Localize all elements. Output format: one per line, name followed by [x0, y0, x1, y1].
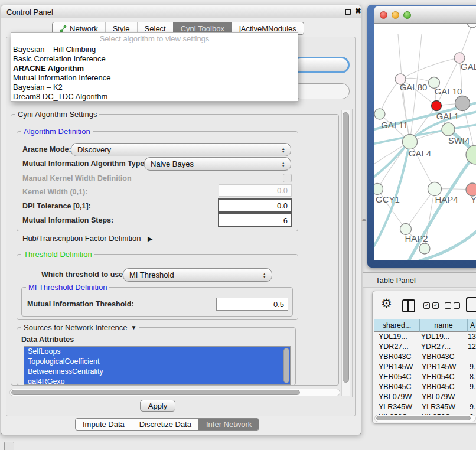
- cell-shared-name: YER054C: [374, 373, 420, 381]
- dpi-tolerance-input[interactable]: 0.0: [218, 198, 292, 213]
- list-scrollbar[interactable]: [283, 348, 289, 383]
- manual-kernel-checkbox[interactable]: [283, 174, 292, 182]
- expand-right-icon[interactable]: ▶: [148, 235, 152, 242]
- input-value: 0.0: [277, 201, 288, 210]
- inference-algorithm-combobox[interactable]: [292, 57, 350, 73]
- mi-steps-input[interactable]: 6: [218, 213, 292, 227]
- list-item[interactable]: SelfLoops: [24, 347, 290, 357]
- dropdown-item[interactable]: Bayesian – K2: [11, 83, 298, 92]
- group-title: Sources for Network Inference ▼: [21, 323, 139, 332]
- node-labels: GAL GAL80 GAL10 GAL1 GAL11 SWI4 GAL4 GCY…: [376, 61, 476, 243]
- cell-name: YBR045C: [420, 383, 468, 391]
- apply-button[interactable]: Apply: [140, 400, 175, 412]
- column-header-name[interactable]: name: [420, 319, 468, 332]
- table-body[interactable]: YDL19... YDL19... 13 YDR27... YDR27... 1…: [374, 332, 476, 415]
- node-gal4[interactable]: [403, 135, 418, 149]
- input-value: 6: [283, 216, 288, 225]
- node-unnamed-top[interactable]: [467, 24, 476, 28]
- node-gray[interactable]: [455, 96, 470, 111]
- cell-shared-name: YPR145W: [374, 363, 420, 371]
- unchecked-box-icon: [445, 302, 451, 309]
- table-row[interactable]: YBR043C YBR043C: [374, 352, 476, 362]
- cell-name: YBR043C: [420, 353, 468, 361]
- float-window-icon[interactable]: [345, 9, 351, 15]
- table-row[interactable]: YBL079W YBL079W: [374, 392, 476, 402]
- mi-steps-label: Mutual Information Steps:: [22, 216, 113, 224]
- table-row[interactable]: YDL19... YDL19... 13: [374, 332, 476, 342]
- tab-label: jActiveMNodules: [239, 24, 296, 33]
- scrollbar-thumb[interactable]: [376, 416, 471, 420]
- list-item[interactable]: BetweennessCentrality: [24, 367, 290, 377]
- dropdown-item[interactable]: Mutual Information Inference: [11, 73, 298, 83]
- tab-impute-data[interactable]: Impute Data: [76, 419, 132, 430]
- scrollbar-thumb[interactable]: [343, 112, 349, 383]
- node-label-gal4: GAL4: [409, 148, 431, 158]
- close-traffic-light[interactable]: [380, 11, 387, 19]
- cell-name: YDL19...: [419, 332, 466, 341]
- dropdown-item-selected[interactable]: ARACNE Algorithm: [11, 64, 298, 73]
- select-all-icon[interactable]: ✓ ✓: [423, 302, 439, 309]
- node-red-selected[interactable]: [432, 101, 442, 111]
- deselect-all-icon[interactable]: [445, 302, 460, 309]
- mi-threshold-input[interactable]: 0.5: [216, 298, 288, 311]
- mi-type-combobox[interactable]: Naive Bayes ▲▼: [144, 157, 291, 171]
- hub-transcription-expander[interactable]: Hub/Transcription Factor Definition ▶: [22, 234, 152, 243]
- dropdown-item[interactable]: Dream8 DC_TDC Algorithm: [11, 92, 298, 102]
- document-icon[interactable]: [466, 297, 476, 312]
- aracne-mode-label: Aracne Mode:: [22, 145, 71, 154]
- stepper-arrows-icon: ▲▼: [263, 269, 266, 281]
- combobox-value: Naive Bayes: [151, 159, 194, 168]
- data-attributes-list[interactable]: SelfLoops TopologicalCoefficient Between…: [24, 346, 291, 385]
- settings-horizontal-scrollbar[interactable]: [9, 389, 340, 396]
- collapse-down-icon[interactable]: ▼: [131, 324, 137, 331]
- columns-icon[interactable]: [402, 299, 415, 312]
- group-title: MI Threshold Definition: [26, 283, 109, 292]
- table-row[interactable]: YPR145W YPR145W 9.: [374, 362, 476, 372]
- node-gal1[interactable]: [442, 123, 455, 136]
- network-graph[interactable]: GAL GAL80 GAL10 GAL1 GAL11 SWI4 GAL4 GCY…: [374, 24, 476, 260]
- node-gcy1[interactable]: [374, 184, 383, 195]
- network-canvas[interactable]: GAL GAL80 GAL10 GAL1 GAL11 SWI4 GAL4 GCY…: [374, 24, 476, 260]
- splitter-handle[interactable]: ◂▸: [361, 217, 367, 223]
- scrollbar-thumb[interactable]: [11, 390, 300, 395]
- aracne-mode-combobox[interactable]: Discovery ▲▼: [71, 143, 291, 156]
- cell-shared-name: YLR345W: [374, 403, 420, 411]
- table-row[interactable]: YER054C YER054C 8.: [374, 372, 476, 382]
- tab-infer-network[interactable]: Infer Network: [198, 419, 259, 430]
- table-selector-combobox[interactable]: [292, 83, 350, 99]
- minimized-panel-icon[interactable]: [4, 442, 14, 450]
- table-row[interactable]: YLR345W YLR345W 9.: [374, 402, 476, 412]
- kernel-width-input[interactable]: 0.0: [219, 184, 292, 197]
- minimize-traffic-light[interactable]: [392, 11, 399, 19]
- sources-title: Sources for Network Inference: [24, 323, 128, 332]
- table-row[interactable]: YBR045C YBR045C 9.: [374, 381, 476, 392]
- cell-name: YLR345W: [420, 403, 468, 411]
- control-panel-titlebar[interactable]: Control Panel ✖: [1, 5, 361, 18]
- gear-icon[interactable]: ⚙: [381, 297, 392, 309]
- settings-vertical-scrollbar[interactable]: [341, 110, 350, 396]
- node-label-gal80: GAL80: [400, 82, 428, 92]
- table-row[interactable]: YDR27... YDR27... 12: [374, 342, 476, 352]
- table-horizontal-scrollbar[interactable]: [374, 415, 476, 422]
- column-header-shared-name[interactable]: shared...: [374, 319, 420, 332]
- combobox-value: Discovery: [77, 145, 111, 154]
- column-header-partial[interactable]: A: [468, 319, 476, 332]
- node-gal11[interactable]: [374, 109, 385, 119]
- zoom-traffic-light[interactable]: [403, 11, 411, 19]
- data-attributes-label: Data Attributes: [21, 335, 74, 344]
- network-window-titlebar[interactable]: [374, 6, 476, 24]
- dropdown-item[interactable]: Bayesian – Hill Climbing: [11, 45, 298, 54]
- tab-discretize-data[interactable]: Discretize Data: [132, 419, 198, 430]
- manual-kernel-label: Manual Kernel Width Definition: [22, 174, 132, 182]
- node-unnamed-bottom[interactable]: [419, 243, 430, 254]
- which-threshold-combobox[interactable]: MI Threshold ▲▼: [123, 268, 272, 282]
- mi-type-label: Mutual Information Algorithm Type:: [22, 159, 146, 168]
- node-swi4[interactable]: [466, 145, 476, 164]
- network-view-window[interactable]: GAL GAL80 GAL10 GAL1 GAL11 SWI4 GAL4 GCY…: [367, 5, 476, 268]
- close-icon[interactable]: ✖: [355, 6, 361, 15]
- dropdown-item[interactable]: Basic Correlation Inference: [11, 54, 298, 64]
- list-item[interactable]: TopologicalCoefficient: [24, 357, 290, 367]
- group-title: Algorithm Definition: [21, 127, 93, 136]
- list-item[interactable]: gal4RGexp: [24, 377, 290, 385]
- stepper-arrows-icon: ▲▼: [282, 144, 285, 156]
